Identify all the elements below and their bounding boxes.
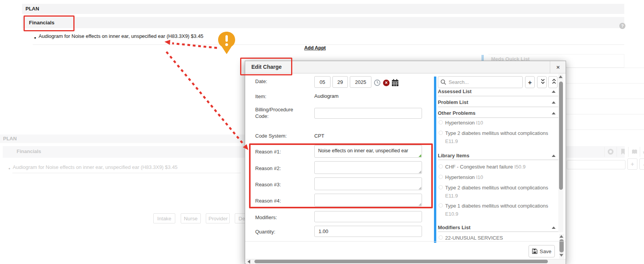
modifiers-input[interactable] bbox=[314, 211, 422, 222]
date-month-input[interactable] bbox=[314, 76, 330, 88]
close-icon[interactable]: × bbox=[550, 61, 566, 73]
calendar-icon[interactable] bbox=[391, 79, 399, 87]
search-icon bbox=[441, 79, 446, 85]
bookmark-icon[interactable] bbox=[620, 148, 626, 155]
reason1-textarea[interactable] bbox=[314, 145, 422, 158]
provider-tab-button[interactable]: Provider bbox=[206, 213, 230, 223]
quantity-label: Quantity: bbox=[255, 228, 305, 235]
diagnosis-radio[interactable] bbox=[439, 185, 443, 189]
billing-code-label: Billing/Procedure Code: bbox=[255, 106, 302, 119]
diagnosis-radio[interactable] bbox=[439, 203, 443, 208]
divider bbox=[566, 129, 644, 130]
bullet-icon: • bbox=[33, 35, 37, 41]
dim-expand-button[interactable]: ⌄ bbox=[639, 158, 644, 170]
scrollbar-thumb[interactable] bbox=[254, 260, 548, 263]
diagnosis-name: Type 2 diabetes mellitus without complic… bbox=[445, 130, 548, 136]
section-library-items[interactable]: Library Items bbox=[438, 153, 469, 158]
diagnosis-radio[interactable] bbox=[439, 164, 443, 169]
scroll-left-icon[interactable] bbox=[247, 260, 250, 264]
expand-all-button[interactable] bbox=[537, 76, 547, 88]
divider bbox=[438, 96, 558, 96]
warning-pin-icon bbox=[216, 31, 237, 55]
billing-code-input[interactable] bbox=[314, 108, 422, 119]
search-input[interactable] bbox=[438, 76, 523, 88]
edit-charge-dialog: Edit Charge × Date: × Item: Audiogram Bi… bbox=[245, 61, 566, 264]
add-appt-link[interactable]: Add Appt bbox=[304, 45, 326, 51]
collapse-caret-icon[interactable] bbox=[552, 101, 556, 104]
reason4-textarea[interactable] bbox=[314, 194, 422, 206]
diagnosis-code: E10.9 bbox=[445, 211, 458, 217]
bullet-icon: • bbox=[8, 166, 12, 172]
diagnosis-code: E11.9 bbox=[445, 138, 458, 144]
scroll-down-icon[interactable] bbox=[559, 254, 563, 257]
help-icon[interactable] bbox=[607, 148, 614, 155]
divider bbox=[12, 173, 241, 173]
scroll-up-icon[interactable] bbox=[559, 75, 563, 78]
nurse-tab-button[interactable]: Nurse bbox=[181, 213, 201, 223]
diagnosis-name: Type 2 diabetes mellitus without complic… bbox=[445, 185, 548, 191]
collapse-caret-icon[interactable] bbox=[552, 90, 556, 93]
list-item[interactable]: Type 2 diabetes mellitus without complic… bbox=[445, 129, 558, 145]
scroll-up-icon[interactable] bbox=[559, 235, 563, 238]
modifiers-label: Modifiers: bbox=[255, 214, 305, 221]
add-diagnosis-button[interactable]: + bbox=[525, 76, 535, 88]
code-system-value: CPT bbox=[314, 133, 324, 139]
list-item[interactable]: Type 1 diabetes mellitus without complic… bbox=[445, 202, 558, 218]
item-value: Audiogram bbox=[314, 93, 339, 99]
resize-handle-icon[interactable] bbox=[419, 187, 421, 189]
modifier-radio[interactable] bbox=[439, 235, 443, 240]
diagnosis-radio[interactable] bbox=[439, 120, 443, 124]
section-problem-list[interactable]: Problem List bbox=[438, 99, 468, 105]
quantity-input[interactable] bbox=[314, 226, 422, 237]
save-icon bbox=[532, 249, 537, 254]
collapse-all-button[interactable] bbox=[548, 76, 558, 88]
divider bbox=[438, 107, 558, 107]
list-item[interactable]: Type 2 diabetes mellitus without complic… bbox=[445, 184, 558, 200]
resize-handle-icon[interactable] bbox=[419, 170, 421, 173]
resize-handle-icon[interactable] bbox=[419, 154, 421, 157]
help-icon[interactable]: ? bbox=[619, 23, 625, 29]
charge-line-item: Audiogram for Noise effects on inner ear… bbox=[39, 33, 203, 39]
page: { "icons": { "help": "?", "close": "×", … bbox=[0, 0, 644, 264]
resize-handle-icon[interactable] bbox=[419, 203, 421, 206]
list-item[interactable]: CHF - Congestive heart failure I50.9 bbox=[445, 163, 558, 171]
diagnosis-name: Hypertension bbox=[445, 174, 475, 180]
reason1-label: Reason #1: bbox=[255, 148, 305, 155]
plan-section-header: PLAN bbox=[22, 4, 624, 14]
collapse-caret-icon[interactable] bbox=[552, 155, 556, 157]
intake-tab-button[interactable]: Intake bbox=[153, 213, 175, 223]
microphone-icon[interactable] bbox=[642, 148, 644, 155]
reason2-textarea[interactable] bbox=[314, 161, 422, 174]
double-chevron-up-icon bbox=[551, 77, 557, 87]
book-icon[interactable] bbox=[631, 148, 638, 155]
diagnosis-code: E11.9 bbox=[445, 193, 458, 199]
search-field-wrap bbox=[438, 76, 523, 88]
scrollbar-thumb[interactable] bbox=[559, 82, 563, 190]
reason2-label: Reason #2: bbox=[255, 165, 305, 172]
reason3-textarea[interactable] bbox=[314, 177, 422, 190]
section-modifiers-list[interactable]: Modifiers List bbox=[438, 225, 471, 230]
save-button[interactable]: Save bbox=[529, 245, 555, 257]
date-day-input[interactable] bbox=[332, 76, 348, 88]
modifier-name: 22-UNUSUAL SERVICES bbox=[445, 235, 503, 241]
date-label: Date: bbox=[255, 78, 305, 85]
collapse-caret-icon[interactable] bbox=[552, 227, 556, 229]
section-assessed-list[interactable]: Assessed List bbox=[438, 89, 471, 94]
clock-icon[interactable] bbox=[374, 79, 381, 86]
list-item[interactable]: Hypertension I10 bbox=[445, 119, 558, 127]
collapse-caret-icon[interactable] bbox=[552, 112, 556, 114]
divider bbox=[438, 232, 558, 232]
section-other-problems[interactable]: Other Problems bbox=[438, 110, 476, 116]
diagnosis-radio[interactable] bbox=[439, 175, 443, 179]
date-year-input[interactable] bbox=[350, 76, 371, 88]
dim-text-input[interactable] bbox=[567, 160, 625, 169]
dim-add-button[interactable]: + bbox=[627, 158, 637, 170]
financials-section-header: Financials bbox=[22, 17, 624, 28]
diagnosis-radio[interactable] bbox=[439, 131, 443, 135]
divider bbox=[604, 147, 605, 157]
diagnosis-name: Type 1 diabetes mellitus without complic… bbox=[445, 203, 548, 209]
clear-date-icon[interactable]: × bbox=[383, 80, 390, 86]
list-item[interactable]: Hypertension I10 bbox=[445, 173, 558, 181]
divider bbox=[566, 114, 644, 114]
list-item[interactable]: 22-UNUSUAL SERVICES bbox=[445, 234, 558, 242]
